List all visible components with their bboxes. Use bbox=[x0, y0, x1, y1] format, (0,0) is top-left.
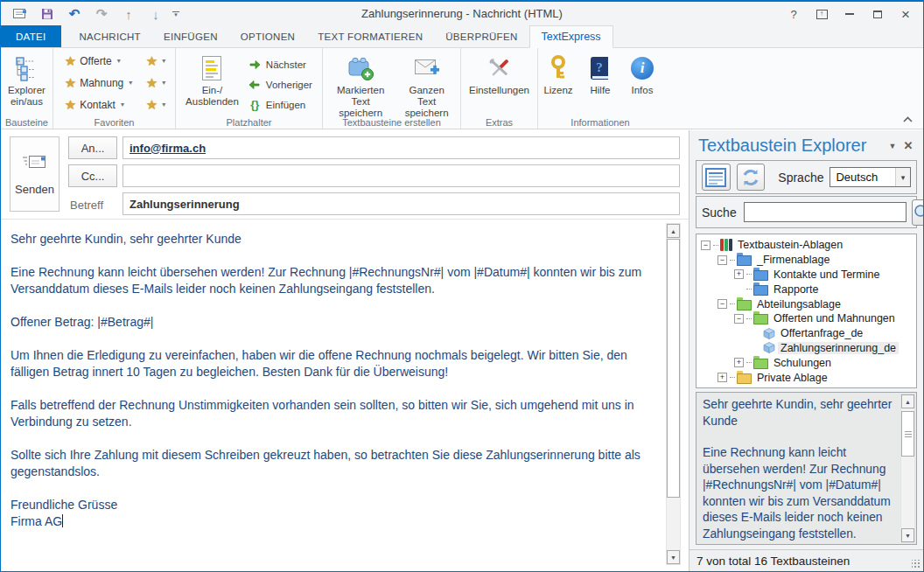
subject-field[interactable]: Zahlungserinnerung bbox=[122, 192, 680, 215]
group-favoriten: ★ Offerte ▾ ★ ▾ ★ Mahnung ▾ ★ ▾ bbox=[53, 48, 176, 129]
explorer-toggle-button[interactable]: Explorer ein/aus bbox=[4, 51, 49, 115]
tree-item-private-ablage[interactable]: + Private Ablage bbox=[698, 370, 914, 385]
help-ribbon-button[interactable]: ? Hilfe bbox=[579, 51, 621, 115]
scroll-up-icon[interactable]: ▲ bbox=[901, 394, 914, 408]
expand-node-icon[interactable]: + bbox=[718, 373, 727, 382]
customize-qat-icon[interactable]: ▼ bbox=[172, 11, 179, 17]
save-all-text-button[interactable]: Ganzen Text speichern bbox=[396, 51, 458, 115]
group-label-extras: Extras bbox=[461, 117, 537, 128]
favorite-kontakt-button[interactable]: ★ Kontakt ▾ bbox=[61, 95, 136, 115]
tree-item-zahlungserinnerung-de[interactable]: Zahlungserinnerung_de bbox=[698, 341, 914, 356]
star-icon: ★ bbox=[146, 98, 158, 111]
group-informationen: Lizenz ? Hilfe i Infos Informationen bbox=[538, 48, 662, 129]
previous-placeholder-button[interactable]: Vorheriger bbox=[244, 74, 316, 94]
chevron-down-icon: ▾ bbox=[121, 101, 124, 108]
message-icon[interactable] bbox=[10, 4, 31, 24]
body-scrollbar[interactable]: ▲ ▼ bbox=[666, 223, 681, 565]
collapse-node-icon[interactable]: − bbox=[718, 299, 727, 309]
arrow-right-icon bbox=[248, 58, 262, 72]
tree-item-root[interactable]: − Textbaustein-Ablagen bbox=[698, 238, 914, 253]
favorite-slot-button[interactable]: ★ ▾ bbox=[136, 52, 167, 71]
preview-scrollbar[interactable]: ▲ ▼ bbox=[900, 394, 915, 543]
group-label-informationen: Informationen bbox=[538, 117, 662, 128]
group-extras: Einstellungen Extras bbox=[461, 48, 538, 129]
license-label: Lizenz bbox=[543, 85, 572, 96]
settings-button[interactable]: Einstellungen bbox=[466, 51, 533, 115]
close-button[interactable]: × bbox=[893, 3, 918, 24]
chevron-down-icon: ▾ bbox=[162, 57, 165, 65]
favorite-kontakt-label: Kontakt bbox=[80, 99, 116, 111]
move-up-icon[interactable]: ↑ bbox=[118, 4, 139, 24]
star-icon: ★ bbox=[65, 76, 76, 89]
undo-icon[interactable]: ↶ bbox=[64, 4, 85, 24]
search-input[interactable] bbox=[744, 202, 906, 222]
tree-item-kontakte-und-termine[interactable]: + Kontakte und Termine bbox=[698, 268, 914, 283]
favorite-slot-button[interactable]: ★ ▾ bbox=[136, 73, 167, 93]
favorite-mahnung-button[interactable]: ★ Mahnung ▾ bbox=[61, 73, 136, 93]
preview-paragraph: Eine Rechnung kann leicht übersehen werd… bbox=[703, 445, 895, 542]
signature-separator: --- bbox=[10, 559, 655, 566]
previous-placeholder-label: Vorheriger bbox=[266, 80, 312, 90]
refresh-button[interactable] bbox=[737, 164, 766, 191]
tab-text-formatieren[interactable]: TEXT FORMATIEREN bbox=[306, 25, 434, 47]
scroll-up-icon[interactable]: ▲ bbox=[667, 224, 680, 238]
tab-datei[interactable]: DATEI bbox=[1, 25, 61, 47]
chevron-down-icon: ▾ bbox=[117, 57, 121, 65]
cc-field[interactable] bbox=[122, 164, 680, 187]
collapse-node-icon[interactable]: − bbox=[734, 314, 744, 324]
scroll-down-icon[interactable]: ▼ bbox=[901, 528, 914, 542]
tab-optionen[interactable]: OPTIONEN bbox=[229, 25, 306, 47]
collapse-ribbon-button[interactable] bbox=[903, 110, 913, 126]
favorite-slot-button[interactable]: ★ ▾ bbox=[136, 95, 167, 115]
move-down-icon[interactable]: ↓ bbox=[145, 4, 166, 24]
panel-close-icon[interactable]: ✕ bbox=[900, 139, 916, 152]
panel-menu-icon[interactable]: ▼ bbox=[885, 142, 900, 150]
tab-ueberpruefen[interactable]: ÜBERPRÜFEN bbox=[434, 25, 528, 47]
maximize-button[interactable] bbox=[865, 3, 890, 24]
scroll-down-icon[interactable]: ▼ bbox=[667, 550, 680, 564]
placeholder-toggle-button[interactable]: Ein-/ Ausblenden bbox=[182, 51, 242, 109]
search-button[interactable] bbox=[912, 199, 924, 226]
resize-grip-icon[interactable] bbox=[912, 560, 920, 569]
insert-placeholder-button[interactable]: {} Einfügen bbox=[244, 94, 316, 115]
next-placeholder-button[interactable]: Nächster bbox=[244, 54, 316, 74]
help-button[interactable]: ? bbox=[781, 3, 806, 24]
send-button[interactable]: Senden bbox=[10, 136, 60, 212]
expand-node-icon[interactable]: + bbox=[734, 358, 744, 367]
minimize-button[interactable] bbox=[837, 3, 862, 24]
folder-yellow-icon bbox=[737, 373, 752, 384]
scrollbar-thumb[interactable] bbox=[667, 239, 680, 498]
cc-button[interactable]: Cc... bbox=[68, 164, 117, 187]
to-field[interactable]: info@firma.ch bbox=[122, 136, 680, 159]
collapse-node-icon[interactable]: − bbox=[718, 255, 727, 265]
tree-item-rapporte[interactable]: Rapporte bbox=[698, 282, 914, 296]
save-icon[interactable] bbox=[37, 4, 58, 24]
redo-icon[interactable]: ↷ bbox=[91, 4, 112, 24]
tree-item-firmenablage[interactable]: − _Firmenablage bbox=[698, 253, 914, 268]
tree-item-abteilungsablage[interactable]: − Abteilungsablage bbox=[698, 296, 914, 311]
license-button[interactable]: Lizenz bbox=[537, 51, 579, 115]
message-body[interactable]: Sehr geehrte Kundin, sehr geehrter Kunde… bbox=[1, 220, 689, 571]
to-value[interactable]: info@firma.ch bbox=[130, 142, 206, 155]
language-select[interactable]: Deutsch ▾ bbox=[830, 167, 911, 187]
panel-toolbar: Sprache Deutsch ▾ bbox=[696, 160, 917, 194]
scrollbar-thumb[interactable] bbox=[901, 411, 914, 457]
tab-einfuegen[interactable]: EINFÜGEN bbox=[152, 25, 229, 47]
tree-item-schulungen[interactable]: + Schulungen bbox=[698, 355, 914, 370]
body-paragraph: Eine Rechnung kann leicht übersehen werd… bbox=[10, 264, 655, 297]
list-view-button[interactable] bbox=[702, 164, 731, 191]
tree-item-offertanfrage-de[interactable]: Offertanfrage_de bbox=[698, 326, 914, 341]
tree-item-offerten-und-mahnungen[interactable]: − Offerten und Mahnungen bbox=[698, 311, 914, 326]
info-button[interactable]: i Infos bbox=[621, 51, 663, 115]
favorite-mahnung-label: Mahnung bbox=[80, 77, 123, 89]
collapse-node-icon[interactable]: − bbox=[701, 241, 710, 250]
favorite-offerte-button[interactable]: ★ Offerte ▾ bbox=[61, 52, 136, 71]
expand-node-icon[interactable]: + bbox=[734, 269, 744, 279]
tree-item-label: Abteilungsablage bbox=[754, 298, 844, 310]
tab-textexpress[interactable]: TextExpress bbox=[529, 25, 613, 48]
tab-nachricht[interactable]: NACHRICHT bbox=[68, 25, 152, 47]
tree-item-label: Offertanfrage_de bbox=[778, 327, 865, 339]
to-button[interactable]: An... bbox=[68, 136, 117, 159]
save-selected-text-button[interactable]: Markierten Text speichern bbox=[326, 51, 396, 115]
ribbon-display-options-button[interactable]: ↑ bbox=[809, 3, 834, 24]
